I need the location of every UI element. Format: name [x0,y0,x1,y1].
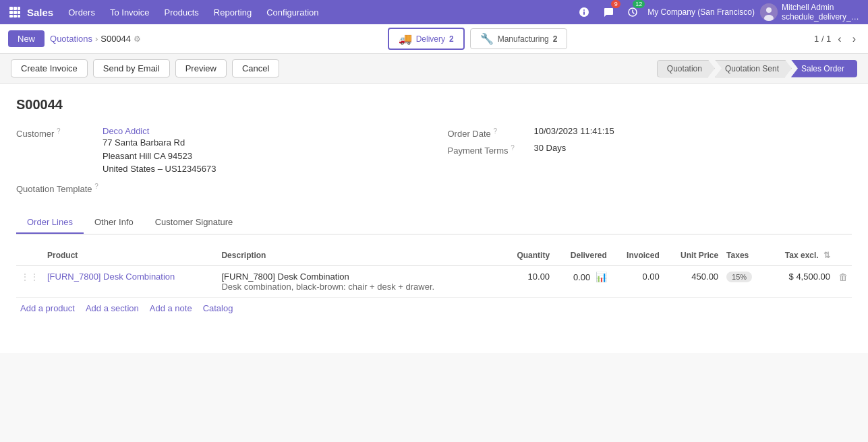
quotation-template-help-icon[interactable]: ? [94,183,98,190]
payment-terms-value[interactable]: 30 Days [534,143,567,153]
nav-links: Orders To Invoice Products Reporting Con… [61,5,572,20]
payment-terms-help-icon[interactable]: ? [511,144,515,152]
manufacturing-smart-button[interactable]: 🔧 Manufacturing 2 [470,28,568,49]
status-quotation-sent[interactable]: Quotation Sent [715,60,792,77]
customer-help-icon[interactable]: ? [57,127,61,135]
messaging-icon[interactable]: 9 [599,3,618,22]
new-button[interactable]: New [8,30,45,47]
apps-menu-icon[interactable] [5,3,24,22]
svg-rect-6 [9,15,13,18]
col-drag [16,245,43,266]
nav-products[interactable]: Products [157,5,205,20]
nav-reporting[interactable]: Reporting [207,5,258,20]
payment-terms-label: Payment Terms ? [448,143,529,156]
add-note-link[interactable]: Add a note [150,303,192,313]
svg-point-11 [766,7,772,13]
col-taxes-header: Taxes [722,245,765,266]
wrench-icon: 🔧 [480,32,494,45]
delivery-smart-button[interactable]: 🚚 Delivery 2 [388,28,465,50]
description-cell: [FURN_7800] Desk Combination Desk combin… [217,265,501,297]
settings-icon[interactable]: ⚙ [134,34,141,44]
table-row: ⋮⋮ [FURN_7800] Desk Combination [FURN_78… [16,265,852,297]
status-quotation[interactable]: Quotation [657,60,715,77]
debug-icon[interactable] [575,3,594,22]
manufacturing-count: 2 [553,34,558,44]
top-navigation: Sales Orders To Invoice Products Reporti… [0,0,868,24]
nav-to-invoice[interactable]: To Invoice [103,5,156,20]
taxes-cell[interactable]: 15% [722,265,765,297]
activity-badge: 12 [633,0,645,8]
order-form: Customer ? Deco Addict 77 Santa Barbara … [16,126,852,198]
order-date-value[interactable]: 10/03/2023 11:41:15 [534,126,614,136]
nav-user-menu[interactable]: Mitchell Admin schedule_delivery_mrp_kn.… [760,3,863,22]
product-cell: [FURN_7800] Desk Combination [43,265,217,297]
product-table: Product Description Quantity Delivered I… [16,245,852,298]
svg-rect-3 [9,11,13,14]
pager-prev[interactable]: ‹ [834,32,845,46]
tabs: Order Lines Other Info Customer Signatur… [16,212,852,234]
customer-name[interactable]: Deco Addict [103,126,216,136]
tab-customer-signature[interactable]: Customer Signature [144,212,244,234]
add-section-link[interactable]: Add a section [86,303,139,313]
quantity-cell[interactable]: 10.00 [501,265,554,297]
add-product-link[interactable]: Add a product [20,303,75,313]
create-invoice-button[interactable]: Create Invoice [11,59,88,77]
col-invoiced-header: Invoiced [611,245,664,266]
pager-next[interactable]: › [848,32,860,46]
nav-brand[interactable]: Sales [27,7,53,18]
activity-icon[interactable]: 12 [623,3,642,22]
schedule-label: schedule_delivery_mrp_kn... [782,12,863,22]
add-links: Add a product Add a section Add a note C… [16,298,852,319]
tab-order-lines[interactable]: Order Lines [16,212,84,234]
order-date-help-icon[interactable]: ? [493,127,497,135]
nav-configuration[interactable]: Configuration [260,5,325,20]
svg-rect-2 [18,7,20,10]
product-link[interactable]: [FURN_7800] Desk Combination [47,272,175,282]
breadcrumb-parent[interactable]: Quotations [50,34,92,44]
catalog-link[interactable]: Catalog [203,303,233,313]
preview-button[interactable]: Preview [175,59,227,77]
col-delete [834,245,852,266]
quotation-template-label: Quotation Template ? [16,181,98,194]
status-sales-order[interactable]: Sales Order [791,60,857,77]
svg-rect-7 [13,15,17,18]
manufacturing-label: Manufacturing [498,34,549,44]
unit-price-cell[interactable]: 450.00 [664,265,722,297]
pager-text: 1 / 1 [814,34,831,44]
column-settings-icon[interactable]: ⇅ [823,251,830,260]
cancel-button[interactable]: Cancel [232,59,279,77]
delete-icon[interactable]: 🗑 [838,272,848,282]
customer-row: Customer ? Deco Addict 77 Santa Barbara … [16,126,421,176]
col-unit-price-header: Unit Price [664,245,722,266]
tax-badge: 15% [726,272,752,282]
delivered-cell: 0.00 📊 [554,265,611,297]
col-delivered-header: Delivered [554,245,611,266]
send-by-email-button[interactable]: Send by Email [93,59,170,77]
svg-rect-0 [9,7,13,10]
action-bar: Create Invoice Send by Email Preview Can… [0,54,868,84]
col-product-header: Product [43,245,217,266]
quotation-template-row: Quotation Template ? [16,181,421,194]
invoiced-cell: 0.00 [611,265,664,297]
warning-icon: 📊 [596,272,607,282]
order-date-row: Order Date ? 10/03/2023 11:41:15 [448,126,852,139]
description-line2: Desk combination, black-brown: chair + d… [221,282,497,292]
nav-orders[interactable]: Orders [61,5,102,20]
delete-cell[interactable]: 🗑 [834,265,852,297]
username-label: Mitchell Admin [782,3,863,12]
breadcrumb: Quotations › S00044 ⚙ [50,34,141,44]
svg-rect-4 [13,11,17,14]
tab-other-info[interactable]: Other Info [84,212,144,234]
col-tax-excl-header: Tax excl. ⇅ [765,245,834,266]
delivery-label: Delivery [416,34,445,44]
drag-handle-cell[interactable]: ⋮⋮ [16,265,43,297]
main-content: S00044 Customer ? Deco Addict 77 Santa B… [0,84,868,353]
table-header-row: Product Description Quantity Delivered I… [16,245,852,266]
sub-navigation: New Quotations › S00044 ⚙ 🚚 Delivery 2 🔧… [0,24,868,54]
breadcrumb-current: S00044 [100,34,131,44]
status-pipeline: Quotation Quotation Sent Sales Order [657,60,857,77]
drag-handle-icon[interactable]: ⋮⋮ [20,272,39,282]
truck-icon: 🚚 [399,32,412,45]
payment-terms-row: Payment Terms ? 30 Days [448,143,852,156]
nav-company[interactable]: My Company (San Francisco) [647,7,755,17]
